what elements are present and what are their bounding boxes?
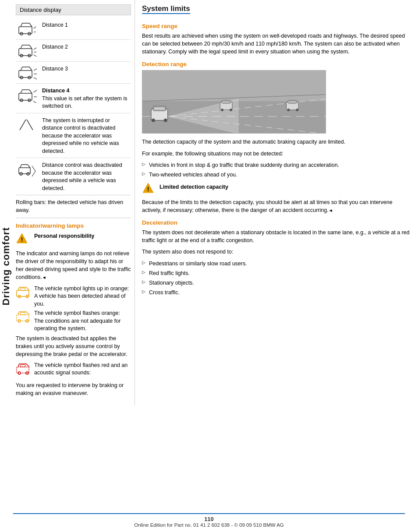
distance-3-row: Distance 3: [16, 62, 131, 84]
indicator-section: Indicator/warning lamps ! Personal respo…: [16, 218, 131, 397]
rolling-note: Rolling bars: the detected vehicle has d…: [16, 195, 131, 218]
deactivated-text: Distance control was deactivated because…: [42, 161, 131, 192]
personal-responsibility-text: Personal responsibility: [34, 233, 95, 240]
svg-line-10: [34, 55, 36, 56]
distance-3-label: Distance 3: [42, 64, 131, 73]
decel-bullet-4: Cross traffic.: [142, 289, 411, 296]
svg-line-16: [34, 78, 37, 79]
detection-cap-text2: For example, the following situations ma…: [142, 150, 411, 158]
page-footer: 110 Online Edition for Part no. 01 41 2 …: [13, 513, 405, 528]
decel-bullet-2: Red traffic lights.: [142, 269, 411, 277]
red-flash-text: The vehicle symbol flashes red and an ac…: [34, 362, 131, 377]
svg-line-28: [32, 166, 35, 171]
detection-cap-text1: The detection capacity of the system and…: [142, 138, 411, 146]
limited-detect-row: ! Limited detection capacity: [142, 182, 411, 196]
interrupted-icon: [16, 117, 39, 133]
sidebar-label: Driving comfort: [0, 0, 12, 532]
deceleration-text2: The system also does not respond to:: [142, 248, 411, 256]
speed-range-text: Best results are achieved when using the…: [142, 32, 411, 56]
distance-2-row: Distance 2: [16, 40, 131, 62]
deactivated-icon: [16, 162, 39, 177]
svg-line-3: [34, 27, 36, 28]
detection-range-title: Detection range: [142, 61, 411, 67]
speed-range-title: Speed range: [142, 23, 411, 29]
left-column: Distance display Distance 1: [12, 0, 135, 405]
distance-3-icon: [16, 64, 39, 80]
orange-lights-row: The vehicle symbol lights up in orange: …: [16, 285, 131, 308]
distance-4-label: Distance 4 This value is set after the s…: [42, 86, 131, 110]
svg-line-8: [34, 48, 36, 49]
interrupted-text: The system is interrupted or distance co…: [42, 116, 131, 155]
distance-2-label: Distance 2: [42, 42, 131, 51]
red-flash-sub: You are requested to intervene by brakin…: [16, 381, 131, 397]
limited-detect-text: Because of the limits to the detection c…: [142, 198, 411, 214]
svg-point-56: [152, 119, 155, 122]
orange-lights-text: The vehicle symbol lights up in orange: …: [34, 285, 131, 308]
svg-text:!: !: [21, 236, 23, 243]
svg-line-29: [32, 171, 35, 176]
orange-flash-row: The vehicle symbol flashes orange: The c…: [16, 310, 131, 333]
personal-responsibility-icon: !: [16, 233, 31, 246]
indicator-title: Indicator/warning lamps: [16, 222, 131, 229]
decel-bullet-1: Pedestrians or similarly slow road users…: [142, 260, 411, 268]
svg-rect-65: [289, 101, 296, 102]
interrupted-row: The system is interrupted or distance co…: [16, 113, 131, 159]
personal-responsibility-row: ! Personal responsibility: [16, 233, 131, 246]
deceleration-bullets-list: Pedestrians or similarly slow road users…: [142, 260, 411, 297]
orange-flash-text: The vehicle symbol flashes orange: The c…: [34, 310, 131, 333]
distance-1-icon: [16, 21, 39, 36]
svg-point-62: [230, 109, 232, 111]
red-flash-row: The vehicle symbol flashes red and an ac…: [16, 362, 131, 378]
system-limits-title: System limits: [142, 4, 411, 18]
detection-bullet-2: Two-wheeled vehicles ahead of you.: [142, 171, 411, 179]
svg-line-23: [20, 120, 26, 130]
svg-line-14: [34, 69, 37, 70]
detection-bullets-list: Vehicles in front in stop & go traffic t…: [142, 161, 411, 179]
svg-line-24: [27, 120, 33, 130]
deceleration-text1: The system does not decelerate when a st…: [142, 229, 411, 244]
svg-point-66: [287, 109, 290, 111]
deceleration-title: Deceleration: [142, 219, 411, 226]
limited-detect-label: Limited detection capacity: [159, 182, 228, 190]
svg-rect-60: [223, 101, 230, 102]
svg-point-67: [296, 109, 298, 111]
detection-bullet-1: Vehicles in front in stop & go traffic t…: [142, 161, 411, 169]
svg-rect-55: [154, 107, 165, 110]
svg-point-61: [221, 109, 223, 111]
red-flash-icon: [16, 362, 31, 378]
svg-line-22: [33, 101, 37, 103]
personal-responsibility-body: The indicator and warning lamps do not r…: [16, 250, 131, 282]
svg-line-20: [33, 90, 37, 92]
orange-car-icon: [16, 285, 31, 301]
svg-point-57: [164, 119, 167, 122]
deactivated-row: Distance control was deactivated because…: [16, 158, 131, 195]
distance-4-icon: [16, 87, 39, 103]
right-column: System limits Speed range Best results a…: [135, 0, 418, 405]
limited-detect-icon: !: [142, 182, 156, 196]
distance-4-row: Distance 4 This value is set after the s…: [16, 84, 131, 113]
svg-text:!: !: [147, 186, 149, 193]
distance-display-header: Distance display: [16, 4, 131, 15]
distance-2-icon: [16, 42, 39, 58]
distance-1-row: Distance 1: [16, 18, 131, 40]
orange-flash-icon: [16, 310, 31, 326]
decel-bullet-3: Stationary objects.: [142, 279, 411, 287]
distance-1-label: Distance 1: [42, 21, 131, 29]
deactivated-brake-text: The system is deactivated but applies th…: [16, 335, 131, 358]
detection-range-diagram: [142, 70, 326, 134]
